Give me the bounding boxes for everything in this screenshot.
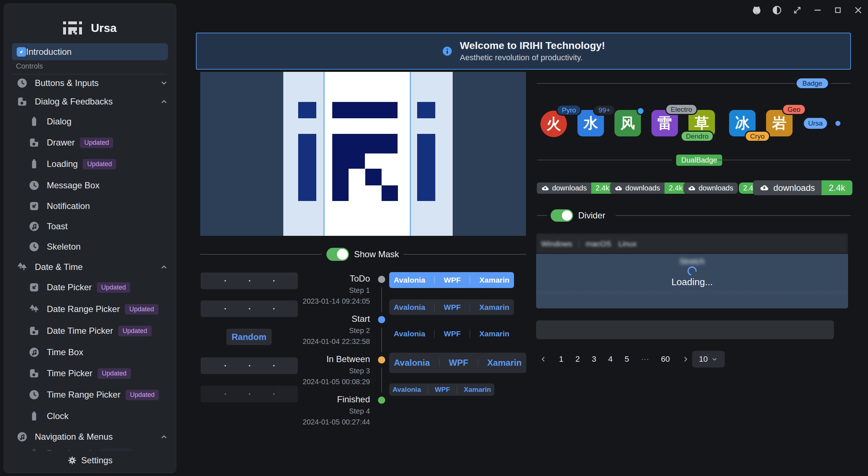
minimize-icon[interactable] — [812, 5, 823, 16]
page-size-select[interactable]: 10 — [692, 351, 725, 368]
sidebar-item-date-time[interactable]: Date & Time — [4, 258, 176, 276]
random-button[interactable]: Random — [226, 329, 272, 345]
sidebar-item-buttons-inputs[interactable]: Buttons & Inputs — [4, 74, 176, 92]
platform-group-dark: Avalonia WPF Xamarin — [389, 299, 514, 315]
sidebar-item-dialog-feedbacks[interactable]: Dialog & Feedbacks — [4, 93, 176, 111]
page-button[interactable]: 2 — [575, 354, 580, 364]
fullscreen-icon[interactable] — [792, 5, 803, 16]
sidebar-item-date-time-picker[interactable]: Date Time Picker Updated — [4, 322, 176, 340]
sidebar-item-clock[interactable]: Clock — [4, 407, 176, 425]
page-button[interactable]: 1 — [559, 354, 563, 364]
floppy-icon — [28, 136, 40, 149]
geo-badge: Geo — [782, 104, 806, 115]
avalonia-button[interactable]: Avalonia — [394, 329, 425, 338]
github-icon[interactable] — [751, 5, 762, 16]
sidebar-item-message-box[interactable]: Message Box — [4, 176, 176, 194]
step-connector — [381, 287, 382, 312]
chevron-down-icon — [711, 356, 718, 362]
avalonia-button[interactable]: Avalonia — [392, 386, 421, 394]
sidebar-item-label: Message Box — [47, 180, 99, 190]
sidebar-item-time-range-picker[interactable]: Time Range Picker Updated — [4, 386, 176, 404]
steps-timeline: ToDoStep 12023-01-14 09:24:05 StartStep … — [301, 271, 392, 431]
platform-group-solid: Avalonia WPF Xamarin — [389, 272, 514, 288]
app-window: Ursa Introduction Controls Buttons & Inp… — [0, 0, 868, 476]
divider-line — [403, 254, 526, 255]
updated-badge: Updated — [80, 138, 113, 148]
divider-toggle[interactable] — [551, 209, 573, 222]
trees-icon — [28, 303, 40, 315]
content-label: Stretch — [536, 257, 848, 266]
timebox-field-1[interactable] — [201, 272, 298, 289]
step-connector — [381, 368, 382, 393]
theme-toggle-icon[interactable] — [772, 5, 782, 16]
sidebar-item-date-picker[interactable]: Date Picker Updated — [4, 278, 176, 296]
divider-line — [537, 83, 795, 84]
sidebar-item-introduction[interactable]: Introduction — [12, 43, 168, 60]
xamarin-button[interactable]: Xamarin — [480, 276, 510, 284]
wpf-button[interactable]: WPF — [435, 386, 450, 394]
sidebar-item-notification[interactable]: Notification — [4, 197, 176, 215]
sidebar-item-label: Toast — [47, 221, 67, 231]
chevron-up-icon — [160, 263, 168, 271]
xamarin-button[interactable]: Xamarin — [480, 303, 510, 312]
close-icon[interactable] — [853, 5, 864, 16]
downloads-badge: downloads 2.4k — [753, 180, 852, 195]
wpf-button[interactable]: WPF — [444, 303, 461, 312]
page-button[interactable]: 3 — [592, 354, 596, 364]
prev-page-icon[interactable] — [540, 356, 547, 363]
element-tile-anemo: 风 — [614, 110, 641, 136]
show-mask-toggle[interactable] — [326, 248, 349, 261]
sidebar-item-toast[interactable]: Toast — [4, 217, 176, 235]
loading-container: Windows | macOS Linux Stretch Loading... — [536, 233, 848, 308]
sidebar-item-label: Notification — [47, 201, 90, 211]
avalonia-button[interactable]: Avalonia — [394, 303, 425, 312]
wpf-button[interactable]: WPF — [444, 329, 461, 338]
next-page-icon[interactable] — [682, 356, 689, 363]
sidebar-item-loading[interactable]: Loading Updated — [4, 155, 176, 173]
chevron-up-icon — [160, 98, 168, 106]
sidebar-item-skeleton[interactable]: Skeleton — [4, 238, 176, 256]
avalonia-button[interactable]: Avalonia — [394, 358, 430, 368]
settings-button[interactable]: Settings — [4, 451, 176, 470]
platform-group-small: Avalonia WPF Xamarin — [389, 383, 494, 396]
tab-macos[interactable]: macOS — [586, 239, 611, 248]
sidebar-item-time-box[interactable]: Time Box — [4, 343, 176, 361]
sidebar-item-label: Dialog & Feedbacks — [35, 97, 113, 107]
empty-input-panel[interactable] — [536, 320, 834, 339]
wpf-button[interactable]: WPF — [444, 276, 461, 284]
dendro-badge: Dendro — [680, 131, 714, 142]
timebox-field-2[interactable] — [201, 300, 298, 317]
updated-badge: Updated — [118, 326, 152, 336]
sidebar-item-label: Dialog — [47, 116, 71, 127]
wpf-button[interactable]: WPF — [449, 358, 468, 368]
page-button[interactable]: 60 — [661, 354, 670, 364]
tab-strip: Windows | macOS Linux — [536, 233, 848, 254]
loading-spinner — [687, 266, 698, 276]
clock-icon — [28, 389, 40, 401]
tab-linux[interactable]: Linux — [618, 239, 637, 248]
timebox-field-3[interactable] — [201, 357, 298, 374]
step-item: In BetweenStep 32024-01-05 00:08:29 — [301, 354, 370, 386]
sidebar-item-navigation-menus[interactable]: Navigation & Menus — [4, 428, 176, 446]
downloads-badge: downloads 2.4k — [610, 182, 687, 194]
maximize-icon[interactable] — [832, 5, 843, 16]
avalonia-button[interactable]: Avalonia — [394, 276, 425, 284]
ursa-logo-icon — [63, 19, 82, 37]
sidebar-item-time-picker[interactable]: Time Picker Updated — [4, 364, 176, 382]
sidebar-item-drawer[interactable]: Drawer Updated — [4, 134, 176, 152]
sidebar-item-dialog[interactable]: Dialog — [4, 112, 176, 131]
tab-windows[interactable]: Windows — [541, 239, 572, 248]
updated-badge: Updated — [83, 159, 116, 169]
page-button[interactable]: 5 — [625, 354, 629, 364]
xamarin-button[interactable]: Xamarin — [480, 329, 510, 338]
step-item: ToDoStep 12023-01-14 09:24:05 — [301, 274, 370, 305]
electro-badge: Electro — [665, 104, 698, 115]
updated-badge: Updated — [98, 368, 131, 379]
ellipsis-button[interactable]: ··· — [641, 354, 649, 364]
xamarin-button[interactable]: Xamarin — [487, 358, 522, 368]
step-dot-finished — [378, 397, 385, 404]
page-button[interactable]: 4 — [608, 354, 613, 364]
sidebar-item-date-range-picker[interactable]: Date Range Picker Updated — [4, 300, 176, 318]
xamarin-button[interactable]: Xamarin — [464, 386, 491, 394]
floppy-icon — [16, 95, 28, 108]
